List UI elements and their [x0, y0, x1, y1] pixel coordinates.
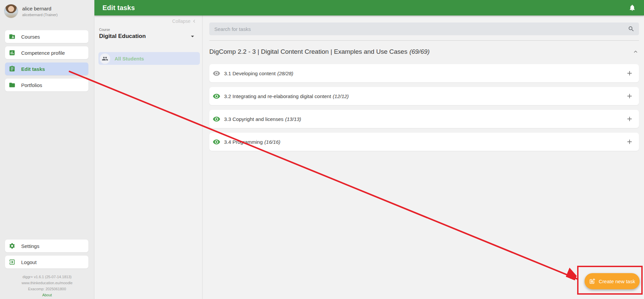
chevron-up-icon[interactable]	[632, 48, 639, 55]
visibility-eye-icon[interactable]	[213, 70, 220, 77]
task-title: 3.2 Integrating and re-elaborating digit…	[224, 93, 626, 99]
assignment-icon	[9, 66, 15, 72]
add-task-plus-icon[interactable]	[626, 70, 633, 77]
sidebar-item-label: Edit tasks	[21, 66, 45, 72]
sidebar-bottom-nav: Settings Logout	[5, 240, 88, 272]
visibility-eye-icon[interactable]	[213, 92, 220, 100]
sidebar-item-label: Logout	[21, 259, 37, 265]
folder-shared-icon	[9, 33, 15, 40]
section-count: (69/69)	[410, 48, 430, 55]
footer-exacomp: Exacomp: 2025061800	[0, 286, 94, 292]
sidebar-item-courses[interactable]: Courses	[5, 30, 88, 43]
bar-chart-icon	[9, 49, 15, 56]
course-panel: Collapse Course Digital Education All St…	[94, 15, 203, 299]
chevron-left-icon	[191, 18, 197, 24]
avatar	[4, 4, 18, 18]
chevron-down-icon	[189, 33, 196, 40]
add-task-plus-icon[interactable]	[626, 92, 633, 100]
task-row-integrating-content[interactable]: 3.2 Integrating and re-elaborating digit…	[209, 87, 639, 105]
visibility-eye-icon[interactable]	[213, 138, 220, 146]
sidebar-item-logout[interactable]: Logout	[5, 256, 88, 268]
sidebar-item-label: Competence profile	[21, 50, 65, 56]
sidebar-item-label: Settings	[21, 243, 39, 249]
task-count: (12/12)	[333, 93, 349, 99]
sidebar-nav: Courses Competence profile Edit tasks Po…	[5, 30, 88, 95]
gear-icon	[9, 243, 15, 249]
task-count: (28/28)	[277, 71, 293, 76]
task-row-developing-content[interactable]: 3.1 Developing content(28/28)	[209, 64, 639, 82]
all-students-label: All Students	[115, 56, 144, 61]
course-select-label: Course	[99, 28, 196, 32]
add-task-plus-icon[interactable]	[626, 115, 633, 123]
footer-version: diggr+ v1.6.1 (25-07-14.1813)	[0, 274, 94, 280]
course-select[interactable]: Course Digital Education	[99, 28, 196, 40]
sidebar: alice bernard alicebernard (Trainer) Cou…	[0, 0, 94, 299]
collapse-control[interactable]: Collapse	[172, 18, 197, 24]
sidebar-item-portfolios[interactable]: Portfolios	[5, 79, 88, 91]
user-block: alice bernard alicebernard (Trainer)	[4, 4, 57, 18]
collapse-label: Collapse	[172, 18, 190, 24]
sidebar-item-label: Portfolios	[21, 82, 42, 88]
task-title: 3.1 Developing content(28/28)	[224, 71, 626, 76]
sidebar-item-label: Courses	[21, 34, 40, 40]
folder-icon	[9, 82, 15, 88]
sidebar-item-edit-tasks[interactable]: Edit tasks	[5, 62, 88, 75]
footer-site: www.thinkeducation.eu/moodle	[0, 280, 94, 286]
sidebar-item-settings[interactable]: Settings	[5, 240, 88, 252]
notifications-bell-icon[interactable]	[629, 4, 636, 11]
page-title: Edit tasks	[102, 4, 135, 12]
group-icon	[100, 53, 110, 64]
create-new-task-button[interactable]: Create new task	[585, 273, 640, 289]
search-bar	[209, 23, 639, 35]
task-count: (16/16)	[264, 139, 281, 145]
sidebar-item-competence-profile[interactable]: Competence profile	[5, 46, 88, 59]
app-header: Edit tasks	[94, 0, 644, 15]
search-icon[interactable]	[628, 26, 635, 32]
about-link[interactable]: About	[0, 292, 94, 298]
divider	[209, 40, 639, 41]
section-title: DigComp 2.2 - 3 | Digital Content Creati…	[209, 48, 430, 55]
add-task-plus-icon[interactable]	[626, 138, 633, 145]
course-name: Digital Education	[99, 33, 146, 40]
visibility-eye-icon[interactable]	[213, 115, 220, 123]
competence-section-header[interactable]: DigComp 2.2 - 3 | Digital Content Creati…	[209, 45, 639, 58]
all-students-filter[interactable]: All Students	[98, 52, 200, 65]
main-content: DigComp 2.2 - 3 | Digital Content Creati…	[203, 15, 644, 299]
task-row-copyright-licenses[interactable]: 3.3 Copyright and licenses(13/13)	[209, 110, 639, 128]
logout-icon	[9, 259, 15, 265]
task-title: 3.3 Copyright and licenses(13/13)	[224, 116, 626, 122]
task-list: 3.1 Developing content(28/28) 3.2 Integr…	[209, 64, 639, 151]
task-row-programming[interactable]: 3.4 Programming(16/16)	[209, 133, 639, 151]
post-add-icon	[589, 278, 596, 285]
task-title: 3.4 Programming(16/16)	[224, 139, 626, 145]
sidebar-footer: diggr+ v1.6.1 (25-07-14.1813) www.thinke…	[0, 274, 94, 298]
user-role: alicebernard (Trainer)	[22, 13, 57, 17]
task-count: (13/13)	[285, 116, 301, 122]
search-input[interactable]	[214, 26, 628, 32]
user-name: alice bernard	[22, 6, 57, 11]
create-new-task-label: Create new task	[599, 279, 635, 284]
